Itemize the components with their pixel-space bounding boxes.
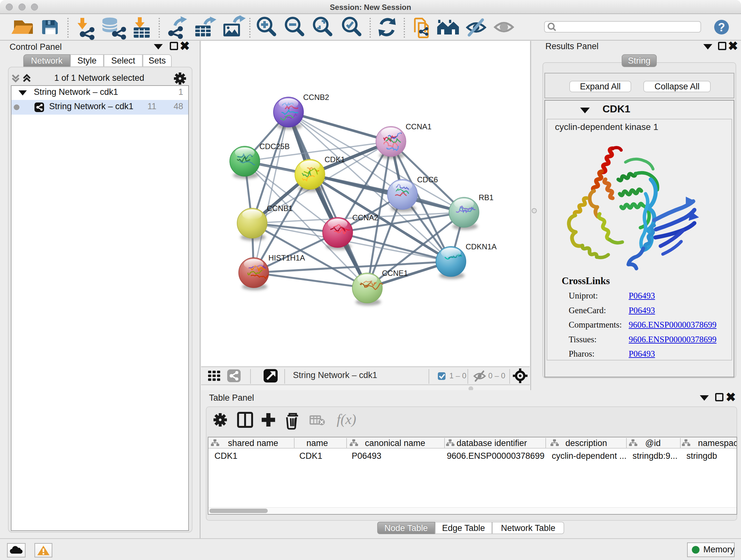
svg-text:HIST1H1A: HIST1H1A — [268, 253, 305, 262]
svg-text:shared name: shared name — [228, 438, 278, 448]
svg-text:CCNB1: CCNB1 — [267, 204, 293, 212]
svg-text:RB1: RB1 — [479, 193, 494, 202]
svg-text:CCNA1: CCNA1 — [406, 122, 431, 131]
svg-text:CCNA2: CCNA2 — [352, 213, 378, 222]
svg-text:CCNE1: CCNE1 — [382, 269, 408, 277]
svg-text:CDKN1A: CDKN1A — [466, 242, 496, 251]
svg-text:name: name — [307, 438, 328, 448]
svg-text:f(x): f(x) — [337, 412, 356, 427]
svg-text:namespace: namespace — [698, 438, 737, 448]
svg-text:CDK1: CDK1 — [325, 155, 345, 164]
svg-text:?: ? — [718, 21, 725, 34]
svg-text:@id: @id — [645, 438, 661, 448]
svg-text:canonical name: canonical name — [365, 438, 425, 448]
svg-text:database identifier: database identifier — [457, 438, 527, 448]
svg-text:CDC25B: CDC25B — [259, 142, 290, 151]
svg-text:CDC6: CDC6 — [417, 175, 438, 184]
svg-text:description: description — [565, 438, 607, 448]
svg-text:CCNB2: CCNB2 — [303, 93, 329, 102]
